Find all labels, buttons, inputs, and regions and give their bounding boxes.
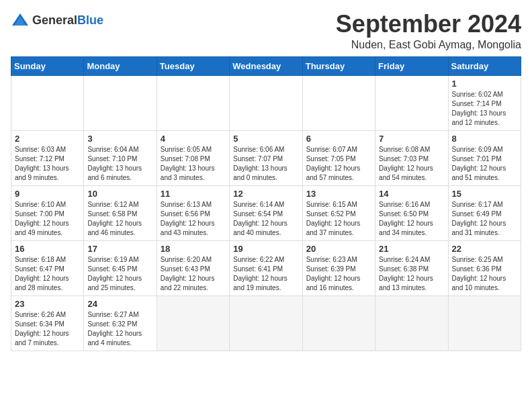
day-number: 20 bbox=[306, 244, 371, 254]
day-info: Sunrise: 6:24 AMSunset: 6:38 PMDaylight:… bbox=[379, 256, 433, 291]
day-info: Sunrise: 6:08 AMSunset: 7:03 PMDaylight:… bbox=[379, 146, 433, 181]
table-row bbox=[375, 75, 448, 130]
table-row: 3Sunrise: 6:04 AMSunset: 7:10 PMDaylight… bbox=[84, 130, 157, 185]
day-info: Sunrise: 6:14 AMSunset: 6:54 PMDaylight:… bbox=[233, 201, 287, 236]
day-info: Sunrise: 6:16 AMSunset: 6:50 PMDaylight:… bbox=[379, 201, 433, 236]
table-row bbox=[375, 295, 448, 351]
logo-blue: Blue bbox=[77, 13, 103, 27]
day-number: 7 bbox=[379, 134, 444, 144]
day-number: 6 bbox=[306, 134, 371, 144]
table-row bbox=[157, 295, 229, 351]
table-row: 20Sunrise: 6:23 AMSunset: 6:39 PMDayligh… bbox=[302, 240, 375, 295]
day-info: Sunrise: 6:02 AMSunset: 7:14 PMDaylight:… bbox=[452, 91, 506, 126]
table-row: 18Sunrise: 6:20 AMSunset: 6:43 PMDayligh… bbox=[157, 240, 229, 295]
table-row: 8Sunrise: 6:09 AMSunset: 7:01 PMDaylight… bbox=[448, 130, 521, 185]
day-number: 5 bbox=[233, 134, 298, 144]
day-number: 4 bbox=[161, 134, 226, 144]
logo: GeneralBlue bbox=[11, 11, 103, 30]
table-row: 14Sunrise: 6:16 AMSunset: 6:50 PMDayligh… bbox=[375, 185, 448, 240]
table-row: 1Sunrise: 6:02 AMSunset: 7:14 PMDaylight… bbox=[448, 75, 521, 130]
day-number: 18 bbox=[161, 244, 226, 254]
day-info: Sunrise: 6:22 AMSunset: 6:41 PMDaylight:… bbox=[233, 256, 287, 291]
table-row: 22Sunrise: 6:25 AMSunset: 6:36 PMDayligh… bbox=[448, 240, 521, 295]
day-info: Sunrise: 6:27 AMSunset: 6:32 PMDaylight:… bbox=[87, 311, 142, 347]
day-number: 19 bbox=[233, 244, 298, 254]
logo-icon bbox=[11, 11, 30, 30]
table-row bbox=[11, 75, 84, 130]
day-number: 14 bbox=[379, 189, 444, 199]
table-row: 24Sunrise: 6:27 AMSunset: 6:32 PMDayligh… bbox=[84, 295, 157, 351]
table-row: 13Sunrise: 6:15 AMSunset: 6:52 PMDayligh… bbox=[302, 185, 375, 240]
day-info: Sunrise: 6:13 AMSunset: 6:56 PMDaylight:… bbox=[161, 201, 215, 236]
table-row: 16Sunrise: 6:18 AMSunset: 6:47 PMDayligh… bbox=[11, 240, 84, 295]
day-number: 23 bbox=[15, 299, 80, 309]
day-number: 8 bbox=[452, 134, 517, 144]
header-sunday: Sunday bbox=[11, 56, 84, 75]
header-saturday: Saturday bbox=[448, 56, 521, 75]
day-info: Sunrise: 6:09 AMSunset: 7:01 PMDaylight:… bbox=[452, 146, 506, 181]
day-number: 11 bbox=[161, 189, 226, 199]
table-row bbox=[302, 295, 375, 351]
day-info: Sunrise: 6:15 AMSunset: 6:52 PMDaylight:… bbox=[306, 201, 361, 236]
weekday-header-row: Sunday Monday Tuesday Wednesday Thursday… bbox=[11, 56, 521, 75]
table-row bbox=[84, 75, 157, 130]
table-row bbox=[157, 75, 229, 130]
day-info: Sunrise: 6:05 AMSunset: 7:08 PMDaylight:… bbox=[161, 146, 215, 181]
day-info: Sunrise: 6:20 AMSunset: 6:43 PMDaylight:… bbox=[161, 256, 215, 291]
header-thursday: Thursday bbox=[302, 56, 375, 75]
day-info: Sunrise: 6:18 AMSunset: 6:47 PMDaylight:… bbox=[15, 256, 69, 291]
table-row bbox=[448, 295, 521, 351]
header-tuesday: Tuesday bbox=[157, 56, 229, 75]
day-info: Sunrise: 6:10 AMSunset: 7:00 PMDaylight:… bbox=[15, 201, 69, 236]
table-row: 10Sunrise: 6:12 AMSunset: 6:58 PMDayligh… bbox=[84, 185, 157, 240]
day-number: 10 bbox=[87, 189, 152, 199]
header-monday: Monday bbox=[84, 56, 157, 75]
day-info: Sunrise: 6:23 AMSunset: 6:39 PMDaylight:… bbox=[306, 256, 361, 291]
table-row: 12Sunrise: 6:14 AMSunset: 6:54 PMDayligh… bbox=[230, 185, 302, 240]
day-info: Sunrise: 6:12 AMSunset: 6:58 PMDaylight:… bbox=[87, 201, 142, 236]
day-number: 15 bbox=[452, 189, 517, 199]
day-number: 24 bbox=[87, 299, 152, 309]
calendar: Sunday Monday Tuesday Wednesday Thursday… bbox=[11, 56, 521, 351]
table-row: 15Sunrise: 6:17 AMSunset: 6:49 PMDayligh… bbox=[448, 185, 521, 240]
table-row bbox=[230, 295, 302, 351]
day-number: 2 bbox=[15, 134, 80, 144]
table-row: 2Sunrise: 6:03 AMSunset: 7:12 PMDaylight… bbox=[11, 130, 84, 185]
table-row: 6Sunrise: 6:07 AMSunset: 7:05 PMDaylight… bbox=[302, 130, 375, 185]
header-wednesday: Wednesday bbox=[230, 56, 302, 75]
day-info: Sunrise: 6:17 AMSunset: 6:49 PMDaylight:… bbox=[452, 201, 506, 236]
table-row: 17Sunrise: 6:19 AMSunset: 6:45 PMDayligh… bbox=[84, 240, 157, 295]
location-title: Nuden, East Gobi Aymag, Mongolia bbox=[336, 39, 521, 51]
day-info: Sunrise: 6:19 AMSunset: 6:45 PMDaylight:… bbox=[87, 256, 142, 291]
table-row: 5Sunrise: 6:06 AMSunset: 7:07 PMDaylight… bbox=[230, 130, 302, 185]
day-number: 16 bbox=[15, 244, 80, 254]
day-info: Sunrise: 6:25 AMSunset: 6:36 PMDaylight:… bbox=[452, 256, 506, 291]
day-info: Sunrise: 6:04 AMSunset: 7:10 PMDaylight:… bbox=[87, 146, 142, 181]
table-row: 9Sunrise: 6:10 AMSunset: 7:00 PMDaylight… bbox=[11, 185, 84, 240]
day-info: Sunrise: 6:26 AMSunset: 6:34 PMDaylight:… bbox=[15, 311, 69, 347]
logo-general: General bbox=[32, 13, 77, 27]
day-number: 12 bbox=[233, 189, 298, 199]
day-number: 9 bbox=[15, 189, 80, 199]
page-header: GeneralBlue September 2024 Nuden, East G… bbox=[11, 11, 521, 51]
table-row bbox=[230, 75, 302, 130]
day-info: Sunrise: 6:07 AMSunset: 7:05 PMDaylight:… bbox=[306, 146, 361, 181]
table-row bbox=[302, 75, 375, 130]
title-area: September 2024 Nuden, East Gobi Aymag, M… bbox=[336, 11, 521, 51]
table-row: 23Sunrise: 6:26 AMSunset: 6:34 PMDayligh… bbox=[11, 295, 84, 351]
table-row: 21Sunrise: 6:24 AMSunset: 6:38 PMDayligh… bbox=[375, 240, 448, 295]
day-info: Sunrise: 6:03 AMSunset: 7:12 PMDaylight:… bbox=[15, 146, 69, 181]
day-info: Sunrise: 6:06 AMSunset: 7:07 PMDaylight:… bbox=[233, 146, 287, 181]
table-row: 19Sunrise: 6:22 AMSunset: 6:41 PMDayligh… bbox=[230, 240, 302, 295]
day-number: 17 bbox=[87, 244, 152, 254]
day-number: 13 bbox=[306, 189, 371, 199]
table-row: 11Sunrise: 6:13 AMSunset: 6:56 PMDayligh… bbox=[157, 185, 229, 240]
month-title: September 2024 bbox=[336, 11, 521, 38]
header-friday: Friday bbox=[375, 56, 448, 75]
day-number: 3 bbox=[87, 134, 152, 144]
day-number: 22 bbox=[452, 244, 517, 254]
table-row: 7Sunrise: 6:08 AMSunset: 7:03 PMDaylight… bbox=[375, 130, 448, 185]
day-number: 21 bbox=[379, 244, 444, 254]
day-number: 1 bbox=[452, 79, 517, 89]
table-row: 4Sunrise: 6:05 AMSunset: 7:08 PMDaylight… bbox=[157, 130, 229, 185]
